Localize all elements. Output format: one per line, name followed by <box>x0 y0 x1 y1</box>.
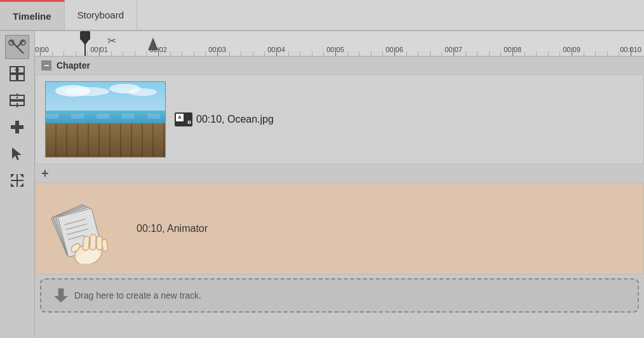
ruler-tick-minor <box>418 51 419 56</box>
svg-marker-18 <box>20 174 23 178</box>
tab-storyboard-label: Storyboard <box>77 10 124 20</box>
ocean-track-row: A B 00:10, Ocean.jpg <box>35 74 644 165</box>
ruler-tick-minor <box>489 51 490 56</box>
split-tool-button[interactable] <box>5 88 29 112</box>
ruler-label: 00:04 <box>267 46 285 53</box>
ruler-tick-minor <box>123 51 123 56</box>
svg-rect-38 <box>102 239 108 251</box>
ruler-tick-minor <box>500 51 501 56</box>
ruler-label: 00:010 <box>620 46 641 53</box>
ruler-label: 00:00 <box>35 46 49 53</box>
toolbar <box>0 31 35 338</box>
ruler-tick-minor <box>525 51 525 56</box>
ruler-tick-minor <box>441 51 442 56</box>
ruler-tick-minor <box>135 51 135 56</box>
ruler-tick-minor <box>607 51 608 56</box>
ruler-label: 00:05 <box>326 46 344 53</box>
ruler-tick-minor <box>76 51 76 56</box>
ocean-track-type: A B 00:10, Ocean.jpg <box>175 112 274 126</box>
tab-storyboard[interactable]: Storyboard <box>65 0 137 30</box>
svg-rect-7 <box>18 74 24 81</box>
ruler-label: 00:01 <box>90 46 108 53</box>
insert-tool-button[interactable] <box>5 62 29 86</box>
tab-timeline-label: Timeline <box>13 11 51 22</box>
ruler-tick-minor <box>560 51 560 56</box>
cross-icon <box>8 118 26 136</box>
svg-marker-14 <box>12 147 22 160</box>
ruler-tick-minor <box>466 51 466 56</box>
cut-tool-button[interactable] <box>5 35 29 59</box>
dock-layer <box>46 123 165 157</box>
pointer-icon <box>8 145 26 163</box>
ruler-tick-minor <box>323 51 324 56</box>
expand-icon <box>8 172 26 189</box>
drop-zone[interactable]: Drag here to create a new track. <box>40 278 639 313</box>
ruler-tick-minor <box>170 51 171 56</box>
animator-track-label: 00:10, Animator <box>137 223 208 234</box>
chapter-collapse-button[interactable]: − <box>41 60 51 71</box>
svg-marker-24 <box>148 37 158 50</box>
timeline-area: ✂ 00:0000:0100:0200:0300:0400:0500:0600:… <box>35 31 644 338</box>
ruler-tick-minor <box>584 51 584 56</box>
svg-rect-13 <box>11 125 23 129</box>
ruler-tick-minor <box>406 51 407 56</box>
ruler-tick-minor <box>347 51 348 56</box>
pointer-tool-button[interactable] <box>5 142 29 166</box>
svg-rect-35 <box>83 236 90 250</box>
svg-rect-6 <box>10 74 17 81</box>
ruler-tick-minor <box>229 51 230 56</box>
ruler-tick-minor <box>194 51 194 56</box>
animator-svg <box>45 194 128 264</box>
ruler-tick-minor <box>300 51 300 56</box>
ruler-tick-minor <box>182 51 182 56</box>
animator-illustration <box>45 194 128 264</box>
playhead-marker[interactable] <box>77 31 93 57</box>
a-letter: A <box>176 114 184 121</box>
ocean-thumbnail <box>45 81 166 158</box>
ruler-label: 00:06 <box>386 46 403 53</box>
animator-track-row: 00:10, Animator <box>35 182 644 274</box>
ruler: ✂ 00:0000:0100:0200:0300:0400:0500:0600:… <box>35 31 644 57</box>
chapter-label: Chapter <box>57 60 90 71</box>
ruler-tick-minor <box>371 51 372 56</box>
in-point-marker <box>147 36 159 54</box>
ruler-tick-minor <box>536 51 537 56</box>
water-reflections <box>46 114 165 119</box>
ocean-track-content: A B 00:10, Ocean.jpg <box>36 75 643 164</box>
ruler-tick-minor <box>52 51 53 56</box>
playhead-icon <box>77 31 93 57</box>
ruler-tick-minor <box>548 51 549 56</box>
svg-marker-23 <box>81 40 89 45</box>
cloud4 <box>128 88 157 96</box>
ruler-tick-minor <box>64 51 64 56</box>
ruler-tick-minor <box>312 51 312 56</box>
ruler-tick-minor <box>241 51 241 56</box>
tracks-container: − Chapter <box>35 57 644 338</box>
tab-timeline[interactable]: Timeline <box>0 0 65 30</box>
ruler-tick-minor <box>595 51 596 56</box>
cross-tool-button[interactable] <box>5 115 29 139</box>
in-point-icon <box>147 36 159 51</box>
ruler-label: 00:07 <box>445 46 462 53</box>
drop-arrow-icon <box>54 288 68 302</box>
ruler-tick-minor <box>288 51 289 56</box>
svg-marker-19 <box>11 183 15 187</box>
insert-icon <box>8 65 26 83</box>
expand-tool-button[interactable] <box>5 168 29 193</box>
b-letter: B <box>187 120 191 125</box>
ruler-label: 00:08 <box>504 46 521 53</box>
svg-marker-20 <box>20 183 23 187</box>
scissors-icon: ✂ <box>107 34 116 48</box>
dock-planks <box>46 123 165 157</box>
add-track-button[interactable]: + <box>41 167 49 180</box>
cloud2 <box>65 87 109 96</box>
ruler-label: 00:09 <box>563 46 580 53</box>
drop-zone-label: Drag here to create a new track. <box>74 290 201 301</box>
cut-icon <box>8 37 27 57</box>
ruler-tick-minor <box>205 51 206 56</box>
add-track-row: + <box>35 165 644 182</box>
animator-track-info: 00:10, Animator <box>137 223 208 234</box>
ruler-track: 00:0000:0100:0200:0300:0400:0500:0600:07… <box>35 31 644 56</box>
tab-bar: Timeline Storyboard <box>0 0 644 31</box>
main-layout: ✂ 00:0000:0100:0200:0300:0400:0500:0600:… <box>0 31 644 338</box>
